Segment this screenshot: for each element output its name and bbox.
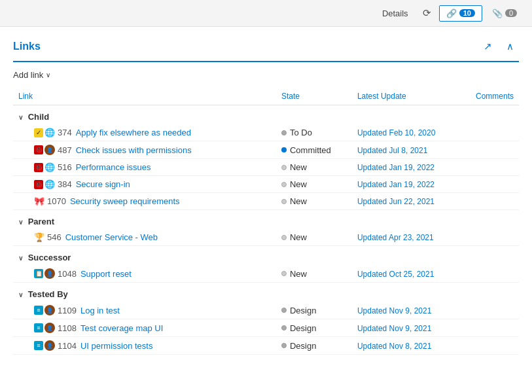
state-label: New [290,162,307,172]
attachments-button[interactable]: 📎 0 [485,5,524,22]
state-dot [281,199,287,204]
item-id: 1104 [58,341,77,351]
item-title[interactable]: Customer Service - Web [65,232,158,242]
item-icons: 🎀 [34,196,44,206]
link-cell: 🐞🌐 516 Performance issues [13,159,276,176]
col-header-state: State [276,88,352,105]
section-chevron[interactable]: ∨ [18,291,23,298]
feature-icon: 🎀 [34,196,44,206]
state-label: New [290,232,307,242]
link-cell: 🏆 546 Customer Service - Web [13,229,276,246]
state-dot [281,147,287,152]
state-dot [281,271,287,276]
state-cell: Design [276,319,352,337]
avatar: 👤 [44,323,55,333]
update-cell: Updated Apr 23, 2021 [352,229,463,246]
update-cell: Updated Jan 19, 2022 [352,159,463,176]
link-chain-icon: 🔗 [446,9,457,18]
avatar: 👤 [44,268,55,279]
item-title[interactable]: Apply fix elsewhere as needed [76,128,191,137]
add-link-button[interactable]: Add link ∨ [13,70,50,80]
chevron-down-icon: ∨ [46,71,50,79]
update-text: Updated Oct 25, 2021 [357,270,434,279]
item-title[interactable]: Test coverage map UI [80,323,163,333]
update-cell: Updated Jan 19, 2022 [352,176,463,193]
collapse-button[interactable]: ∧ [501,37,519,56]
item-icons: ≡👤 [34,323,55,333]
state-cell: Design [276,302,352,319]
comments-cell [463,302,519,319]
item-icons: 📋👤 [34,268,55,279]
item-icons: ≡👤 [34,340,55,351]
item-icons: ≡👤 [34,305,55,315]
link-cell: ≡👤 1104 UI permission tests [13,337,276,355]
history-icon: ⟳ [423,7,431,19]
table-row: 🐞🌐 384 Secure sign-in New Updated Jan 19… [13,176,519,193]
item-id: 487 [58,145,72,155]
state-cell: Design [276,337,352,355]
update-text: Updated Nov 9, 2021 [357,324,431,333]
update-text: Updated Feb 10, 2020 [357,128,435,137]
top-toolbar: Details ⟳ 🔗 10 📎 0 [0,0,532,27]
item-id: 516 [58,162,72,172]
update-text: Updated Nov 9, 2021 [357,306,431,315]
section-chevron[interactable]: ∨ [18,255,23,262]
history-button[interactable]: ⟳ [418,4,436,22]
item-title[interactable]: Log in test [80,306,120,315]
item-title[interactable]: Performance issues [76,162,151,172]
link-cell: ✓🌐 374 Apply fix elsewhere as needed [13,124,276,141]
section-chevron[interactable]: ∨ [18,114,23,121]
comments-cell [463,124,519,141]
item-id: 546 [47,232,62,242]
item-title[interactable]: UI permission tests [80,341,153,351]
table-row: 🐞👤 487 Check issues with permissions Com… [13,141,519,159]
section-label: Successor [28,253,71,262]
update-cell: Updated Jul 8, 2021 [352,141,463,159]
expand-button[interactable]: ↗ [478,37,497,56]
state-dot [281,165,287,170]
section-row: ∨ Successor [13,246,519,266]
section-label: Parent [28,217,54,226]
state-cell: New [276,193,352,210]
state-dot [281,343,287,348]
item-title[interactable]: Support reset [80,269,132,279]
comments-cell [463,319,519,337]
test-icon: ≡ [34,323,43,332]
test-icon: ≡ [34,341,43,350]
item-icons: 🐞🌐 [34,179,55,189]
comments-cell [463,193,519,210]
state-cell: New [276,229,352,246]
add-link-row: Add link ∨ [13,70,519,80]
links-button[interactable]: 🔗 10 [439,5,482,22]
col-header-comments: Comments [463,88,519,105]
update-text: Updated Nov 8, 2021 [357,342,431,351]
state-cell: Committed [276,141,352,159]
collapse-icon: ∧ [506,41,514,52]
comments-cell [463,229,519,246]
details-button[interactable]: Details [375,5,416,22]
table-row: 🎀 1070 Security sweep requirements New U… [13,193,519,210]
update-text: Updated Jun 22, 2021 [357,197,434,206]
state-label: To Do [290,128,312,137]
task-icon: ✓ [34,128,43,137]
section-chevron[interactable]: ∨ [18,219,23,226]
state-dot [281,325,287,330]
update-cell: Updated Nov 9, 2021 [352,302,463,319]
avatar: 👤 [44,145,55,155]
story-icon: 📋 [34,269,43,278]
update-text: Updated Jan 19, 2022 [357,180,434,189]
bug-icon: 🐞 [34,163,43,172]
state-dot [281,182,287,187]
state-label: Design [290,323,316,333]
update-text: Updated Apr 23, 2021 [357,233,434,242]
expand-icon: ↗ [484,41,492,52]
table-row: ≡👤 1108 Test coverage map UI Design Upda… [13,319,519,337]
item-title[interactable]: Check issues with permissions [76,145,192,155]
state-cell: New [276,265,352,283]
item-title[interactable]: Secure sign-in [76,179,130,189]
state-label: Design [290,306,316,315]
item-title[interactable]: Security sweep requirements [70,196,180,206]
state-dot [281,235,287,240]
item-icons: 🐞👤 [34,145,55,155]
section-row: ∨ Tested By [13,283,519,302]
